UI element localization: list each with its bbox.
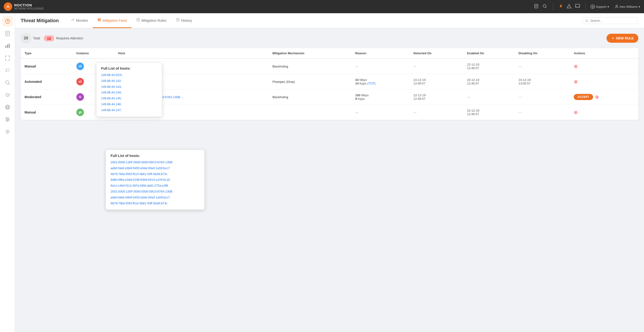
popover-2-link-7[interactable]: 6879:780e:f093:f514:3b81:50ff:3b38:873c — [110, 201, 200, 206]
content-area: 29 Total 12 Requires Attention ＋ NEW RUL… — [15, 28, 644, 125]
sidebar-item-sliders[interactable] — [2, 114, 13, 125]
instance-badge-f2: f2 — [76, 93, 84, 101]
row-type: Moderated — [24, 95, 41, 99]
user-menu[interactable]: Alex Williams ▾ — [615, 5, 640, 9]
col-type: Type — [21, 48, 72, 59]
popover-2-link-1[interactable]: adb0:fde8:e9b9:5455:e0de:00e0:1a59:bcc7 — [110, 166, 200, 171]
popover-2-link-5[interactable]: 2001:0000:130F:0000:0000:09C0:876A:130B — [110, 189, 200, 194]
svg-rect-40 — [98, 19, 101, 19]
delete-button[interactable]: ⊗ — [574, 64, 578, 69]
svg-point-14 — [7, 21, 8, 22]
new-rule-button[interactable]: ＋ NEW RULE — [606, 34, 638, 43]
popover-2-link-3[interactable]: 8d6b:6f6a:e3dd:5198:84b9:9313:ca78:6c18 — [110, 177, 200, 182]
support-chevron: ▾ — [608, 5, 609, 9]
popover-2-link-4[interactable]: 6e1c:c464:f312:497e:fd56:ab81:275a:e3f6 — [110, 183, 200, 188]
sidebar-item-documents[interactable] — [2, 28, 13, 39]
support-menu[interactable]: ⊕ Support ▾ — [590, 5, 609, 9]
reason-dash: — — [355, 111, 358, 114]
search-box[interactable] — [582, 17, 638, 24]
sidebar-item-globe[interactable] — [2, 102, 13, 112]
instance-badge-e5: e5 — [76, 63, 84, 70]
svg-rect-21 — [9, 44, 10, 48]
sidebar-item-checklist[interactable] — [2, 65, 13, 76]
tab-history[interactable]: History — [171, 13, 197, 28]
popover-1-link-6[interactable]: 149.88.44.147; — [101, 108, 157, 113]
sidebar-item-dashboard[interactable] — [2, 16, 13, 27]
reason-tcp: (TCP) — [367, 82, 376, 85]
layout: Threat Mitigation Monitor Mitigation Fee… — [0, 13, 644, 332]
row-type: Automated — [24, 80, 42, 84]
page-title: Threat Mitigation — [21, 18, 59, 23]
svg-text:⊕: ⊕ — [592, 5, 594, 8]
svg-rect-42 — [98, 21, 101, 21]
fire-icon[interactable] — [559, 4, 563, 10]
mechanism: Blackholing — [272, 95, 288, 99]
popover-1-link-5[interactable]: 149.88.44.146; — [101, 102, 157, 107]
popover-2-link-0[interactable]: 2001:0000:130F:0000:0000:09C0:876A:130B — [110, 160, 200, 165]
rules-icon — [136, 18, 140, 23]
tabs: Monitor Mitigation Feed Mitigation Rules — [66, 13, 197, 28]
attention-label: Requires Attention — [56, 36, 83, 40]
svg-rect-41 — [98, 20, 101, 20]
total-stat: 29 Total — [21, 33, 40, 44]
popover-1-links: 149.88.44.0/24; 149.88.44.142; 149.88.44… — [101, 73, 157, 113]
popover-2-link-2[interactable]: 6879:780e:f093:f514:3b81:50ff:3b38:873c — [110, 172, 200, 177]
svg-line-6 — [546, 7, 547, 8]
message-icon[interactable] — [575, 4, 580, 10]
svg-rect-19 — [6, 46, 6, 48]
tab-mitigation-feed[interactable]: Mitigation Feed — [93, 13, 132, 28]
popover-1-link-4[interactable]: 149.88.44.145; — [101, 96, 157, 101]
popover-2-link-6[interactable]: adb0:fde8:e9b9:5455:e0de:00e0:1a59:bcc7 — [110, 195, 200, 200]
nav-divider-2 — [586, 3, 586, 10]
enabled-dash: — — [467, 95, 470, 99]
popover-2-links: 2001:0000:130F:0000:0000:09C0:876A:130B … — [110, 160, 200, 206]
nav-divider — [553, 3, 553, 10]
svg-point-12 — [616, 5, 617, 7]
popover-1-link-1[interactable]: 149.88.44.142; — [101, 79, 157, 84]
monitor-icon — [71, 18, 75, 23]
popover-1: Full List of hosts: 149.88.44.0/24; 149.… — [96, 62, 162, 117]
search-input[interactable] — [590, 19, 635, 23]
sidebar-item-history[interactable] — [2, 90, 13, 100]
svg-rect-20 — [7, 44, 8, 48]
delete-button[interactable]: ⊗ — [574, 110, 578, 115]
brand-sub: NETWORK INTELLIGENCE — [14, 7, 44, 10]
popover-1-link-2[interactable]: 149.88.44.143; — [101, 85, 157, 89]
accept-button[interactable]: ACCEPT — [574, 94, 593, 100]
svg-point-24 — [6, 81, 9, 84]
popover-2: Full List of hosts: 2001:0000:130F:0000:… — [106, 150, 204, 210]
attention-count: 12 — [44, 35, 54, 41]
warning-icon[interactable] — [567, 4, 572, 10]
col-detected: Detected On — [410, 48, 463, 59]
col-host: Host — [114, 48, 269, 59]
sidebar-item-settings[interactable] — [2, 127, 13, 137]
svg-point-38 — [6, 120, 8, 122]
tab-mitigation-rules[interactable]: Mitigation Rules — [132, 13, 171, 28]
detected-on: 24-12-19 12:46:57 — [410, 74, 463, 89]
svg-line-46 — [588, 21, 588, 22]
enabled-on: 24-12-19 12:46:57 — [463, 74, 514, 89]
popover-1-link-0[interactable]: 149.88.44.0/24; — [101, 73, 157, 78]
sidebar-item-search[interactable] — [2, 77, 13, 88]
enabled-on: 22-12-19 12:46:57 — [463, 105, 514, 120]
delete-button[interactable]: ⊗ — [574, 79, 578, 85]
page-header: Threat Mitigation Monitor Mitigation Fee… — [15, 13, 644, 28]
svg-point-37 — [8, 119, 9, 120]
disabling-on: 24-12-19 13:06:57 — [514, 74, 570, 89]
delete-button[interactable]: ⊗ — [595, 94, 599, 100]
popover-1-link-3[interactable]: 149.88.44.144; — [101, 90, 157, 95]
search-icon — [585, 19, 588, 23]
mechanism: Flowspec (Drop) — [272, 80, 295, 84]
document-nav-icon[interactable] — [534, 4, 539, 10]
col-enabled: Enabled On — [463, 48, 514, 59]
disabling-dash: — — [518, 111, 522, 114]
plus-icon: ＋ — [611, 36, 614, 40]
actions-cell: ⊗ — [574, 79, 634, 85]
tab-monitor[interactable]: Monitor — [66, 13, 93, 28]
main-content: Threat Mitigation Monitor Mitigation Fee… — [15, 13, 644, 332]
search-nav-icon[interactable] — [542, 4, 547, 10]
sidebar-item-compress[interactable] — [2, 53, 13, 63]
total-count: 29 — [21, 33, 31, 44]
sidebar-item-chart[interactable] — [2, 41, 13, 51]
mechanism: Blackholing — [272, 65, 288, 68]
